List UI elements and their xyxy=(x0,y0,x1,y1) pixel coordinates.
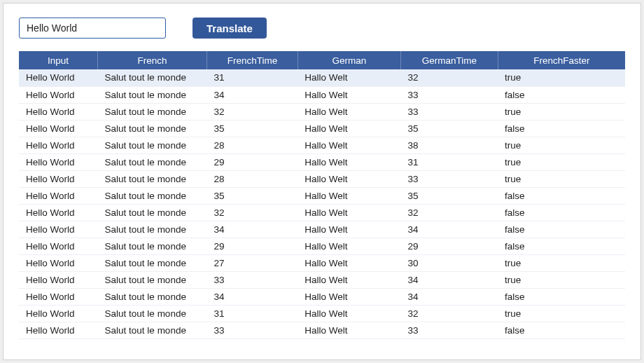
cell-frenchfaster: true xyxy=(498,137,625,153)
cell-germantime: 35 xyxy=(401,120,498,137)
cell-german: Hallo Welt xyxy=(298,322,400,338)
cell-frenchtime: 32 xyxy=(206,204,298,221)
cell-frenchtime: 33 xyxy=(206,322,298,338)
cell-german: Hallo Welt xyxy=(298,137,400,153)
cell-input: Hello World xyxy=(19,86,98,103)
cell-germantime: 30 xyxy=(401,254,498,271)
results-table[interactable]: Input French FrenchTime German GermanTim… xyxy=(19,51,625,339)
cell-french: Salut tout le monde xyxy=(98,137,207,153)
cell-frenchtime: 29 xyxy=(206,153,298,170)
cell-frenchtime: 34 xyxy=(206,288,298,305)
cell-french: Salut tout le monde xyxy=(98,305,207,322)
cell-frenchfaster: false xyxy=(498,221,625,238)
cell-german: Hallo Welt xyxy=(298,103,400,120)
cell-german: Hallo Welt xyxy=(298,120,400,137)
cell-input: Hello World xyxy=(19,288,98,305)
table-row[interactable]: Hello WorldSalut tout le monde27Hallo We… xyxy=(19,254,625,271)
table-row[interactable]: Hello WorldSalut tout le monde31Hallo We… xyxy=(19,305,625,322)
table-row[interactable]: Hello WorldSalut tout le monde35Hallo We… xyxy=(19,187,625,204)
cell-germantime: 33 xyxy=(401,322,498,338)
cell-french: Salut tout le monde xyxy=(98,86,207,103)
cell-frenchtime: 31 xyxy=(206,69,298,86)
cell-french: Salut tout le monde xyxy=(98,254,207,271)
cell-french: Salut tout le monde xyxy=(98,120,207,137)
cell-german: Hallo Welt xyxy=(298,69,400,86)
table-body: Hello WorldSalut tout le monde31Hallo We… xyxy=(19,69,625,338)
cell-germantime: 33 xyxy=(401,103,498,120)
table-row[interactable]: Hello WorldSalut tout le monde34Hallo We… xyxy=(19,288,625,305)
cell-frenchfaster: true xyxy=(498,103,625,120)
cell-french: Salut tout le monde xyxy=(98,322,207,338)
cell-french: Salut tout le monde xyxy=(98,238,207,254)
cell-french: Salut tout le monde xyxy=(98,271,207,288)
table-row[interactable]: Hello WorldSalut tout le monde29Hallo We… xyxy=(19,153,625,170)
source-text-input[interactable] xyxy=(19,18,166,39)
cell-input: Hello World xyxy=(19,238,98,254)
table-row[interactable]: Hello WorldSalut tout le monde32Hallo We… xyxy=(19,204,625,221)
table-row[interactable]: Hello WorldSalut tout le monde35Hallo We… xyxy=(19,120,625,137)
cell-french: Salut tout le monde xyxy=(98,69,207,86)
cell-frenchtime: 27 xyxy=(206,254,298,271)
cell-german: Hallo Welt xyxy=(298,271,400,288)
col-header-frenchfaster[interactable]: FrenchFaster xyxy=(498,51,625,69)
table-row[interactable]: Hello WorldSalut tout le monde31Hallo We… xyxy=(19,69,625,86)
app-panel: Translate Input French FrenchTime German… xyxy=(3,3,641,360)
cell-germantime: 34 xyxy=(401,271,498,288)
cell-frenchtime: 31 xyxy=(206,305,298,322)
controls-row: Translate xyxy=(19,18,625,39)
cell-frenchfaster: false xyxy=(498,322,625,338)
cell-frenchfaster: true xyxy=(498,254,625,271)
results-table-wrap: Input French FrenchTime German GermanTim… xyxy=(19,51,625,339)
col-header-input[interactable]: Input xyxy=(19,51,98,69)
col-header-germantime[interactable]: GermanTime xyxy=(401,51,498,69)
col-header-german[interactable]: German xyxy=(298,51,400,69)
cell-frenchtime: 28 xyxy=(206,170,298,187)
cell-frenchfaster: false xyxy=(498,187,625,204)
cell-input: Hello World xyxy=(19,204,98,221)
cell-frenchtime: 32 xyxy=(206,103,298,120)
cell-frenchtime: 34 xyxy=(206,86,298,103)
cell-german: Hallo Welt xyxy=(298,238,400,254)
cell-input: Hello World xyxy=(19,254,98,271)
table-row[interactable]: Hello WorldSalut tout le monde33Hallo We… xyxy=(19,271,625,288)
cell-germantime: 34 xyxy=(401,221,498,238)
table-row[interactable]: Hello WorldSalut tout le monde28Hallo We… xyxy=(19,137,625,153)
translate-button[interactable]: Translate xyxy=(192,18,267,39)
cell-german: Hallo Welt xyxy=(298,170,400,187)
table-row[interactable]: Hello WorldSalut tout le monde34Hallo We… xyxy=(19,86,625,103)
cell-germantime: 33 xyxy=(401,86,498,103)
cell-germantime: 32 xyxy=(401,305,498,322)
cell-input: Hello World xyxy=(19,305,98,322)
cell-french: Salut tout le monde xyxy=(98,221,207,238)
cell-frenchfaster: false xyxy=(498,204,625,221)
cell-french: Salut tout le monde xyxy=(98,204,207,221)
cell-frenchfaster: false xyxy=(498,86,625,103)
cell-german: Hallo Welt xyxy=(298,187,400,204)
table-row[interactable]: Hello WorldSalut tout le monde33Hallo We… xyxy=(19,322,625,338)
cell-german: Hallo Welt xyxy=(298,288,400,305)
table-row[interactable]: Hello WorldSalut tout le monde29Hallo We… xyxy=(19,238,625,254)
cell-germantime: 32 xyxy=(401,204,498,221)
cell-french: Salut tout le monde xyxy=(98,170,207,187)
table-row[interactable]: Hello WorldSalut tout le monde28Hallo We… xyxy=(19,170,625,187)
table-row[interactable]: Hello WorldSalut tout le monde32Hallo We… xyxy=(19,103,625,120)
table-row[interactable]: Hello WorldSalut tout le monde34Hallo We… xyxy=(19,221,625,238)
cell-germantime: 31 xyxy=(401,153,498,170)
cell-input: Hello World xyxy=(19,153,98,170)
cell-frenchtime: 29 xyxy=(206,238,298,254)
cell-german: Hallo Welt xyxy=(298,153,400,170)
cell-input: Hello World xyxy=(19,69,98,86)
cell-input: Hello World xyxy=(19,221,98,238)
cell-input: Hello World xyxy=(19,137,98,153)
cell-frenchfaster: false xyxy=(498,288,625,305)
col-header-frenchtime[interactable]: FrenchTime xyxy=(206,51,298,69)
cell-frenchfaster: true xyxy=(498,153,625,170)
cell-frenchfaster: true xyxy=(498,305,625,322)
col-header-french[interactable]: French xyxy=(98,51,207,69)
cell-german: Hallo Welt xyxy=(298,204,400,221)
cell-germantime: 38 xyxy=(401,137,498,153)
cell-german: Hallo Welt xyxy=(298,305,400,322)
cell-frenchfaster: true xyxy=(498,271,625,288)
cell-french: Salut tout le monde xyxy=(98,103,207,120)
cell-germantime: 34 xyxy=(401,288,498,305)
